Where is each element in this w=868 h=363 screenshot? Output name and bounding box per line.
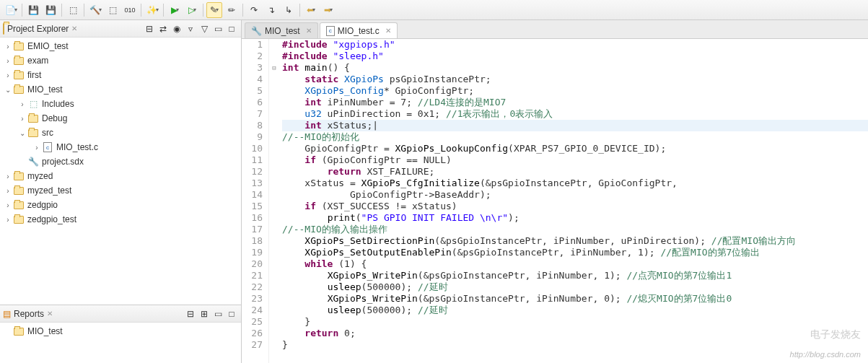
reports-title: Reports: [14, 309, 44, 319]
tree-item-myzed-test[interactable]: ›myzed_test: [0, 183, 241, 198]
reports-panel: ▤ Reports ✕ ⊟ ⊞ ▭ □ MIO_test: [0, 305, 241, 363]
folder-icon: [13, 69, 25, 81]
report-item[interactable]: MIO_test: [0, 324, 241, 338]
tree-item-debug[interactable]: ›Debug: [0, 111, 241, 126]
step-out-icon[interactable]: ↳: [281, 2, 297, 18]
expand-arrow-icon[interactable]: ›: [3, 57, 13, 65]
maximize-icon[interactable]: □: [225, 307, 238, 320]
tree-item-includes[interactable]: ›⬚Includes: [0, 97, 241, 111]
code-editor[interactable]: #include "xgpiops.h"#include "sleep.h"in…: [279, 39, 868, 363]
cfile-icon: c: [326, 26, 335, 36]
tree-item-label: exam: [27, 56, 48, 66]
expand-arrow-icon[interactable]: ⌄: [3, 86, 13, 94]
expand-arrow-icon[interactable]: ›: [3, 172, 13, 180]
watermark-logo: 电子发烧友: [810, 328, 861, 341]
new-icon[interactable]: 📄▾: [3, 2, 19, 18]
expand-arrow-icon[interactable]: ›: [3, 71, 13, 79]
tree-item-mio-test[interactable]: ⌄MIO_test: [0, 82, 241, 97]
expand-arrow-icon[interactable]: ›: [32, 144, 42, 152]
wand-icon[interactable]: ✎▾: [206, 2, 222, 18]
folder-icon: [13, 199, 25, 211]
tree-item-label: zedgpio_test: [27, 214, 76, 224]
tree-item-label: Includes: [42, 99, 74, 109]
link-icon[interactable]: ⇄: [157, 22, 170, 35]
close-icon[interactable]: ✕: [306, 27, 312, 35]
run-icon[interactable]: ▶▾: [167, 2, 183, 18]
tree-item-label: MIO_test: [27, 84, 63, 95]
folder-icon: [27, 127, 39, 139]
minimize-icon[interactable]: ▭: [211, 307, 224, 320]
expand-arrow-icon[interactable]: ›: [3, 201, 13, 209]
tree-item-myzed[interactable]: ›myzed: [0, 169, 241, 183]
expand-arrow-icon[interactable]: ›: [3, 187, 13, 195]
minimize-icon[interactable]: ▭: [211, 22, 224, 35]
maximize-icon[interactable]: □: [225, 22, 238, 35]
tab-label: MIO_test.c: [338, 26, 380, 36]
010-icon[interactable]: 010: [122, 2, 138, 18]
tree-item-label: project.sdx: [42, 157, 84, 167]
tab-mio-test[interactable]: 🔧MIO_test✕: [245, 22, 318, 38]
tree-item-first[interactable]: ›first: [0, 68, 241, 82]
collapse-all-icon[interactable]: ⊟: [143, 22, 156, 35]
close-icon[interactable]: ✕: [47, 310, 53, 318]
back-icon[interactable]: ⬅▾: [303, 2, 319, 18]
save-all-icon[interactable]: 💾: [43, 2, 58, 18]
folder-icon: [13, 84, 25, 95]
tree-item-src[interactable]: ⌄src: [0, 126, 241, 140]
main-toolbar: 📄▾ 💾 💾 ⬚ 🔨▾ ⬚ 010 ✨▾ ▶▾ ▷▾ ✎▾ ✏ ↷ ↴ ↳ ⬅▾…: [0, 0, 868, 20]
forward-icon[interactable]: ➡▾: [320, 2, 336, 18]
save-icon[interactable]: 💾: [25, 2, 41, 18]
report-label: MIO_test: [27, 326, 63, 336]
tree-item-mio-test-c[interactable]: ›cMIO_test.c: [0, 140, 241, 154]
tree-item-zedgpio-test[interactable]: ›zedgpio_test: [0, 212, 241, 227]
wrench-icon: 🔧: [251, 26, 262, 36]
filter-icon[interactable]: ▿: [184, 22, 197, 35]
expand-arrow-icon[interactable]: ›: [17, 115, 27, 123]
tree-item-label: myzed_test: [27, 185, 71, 196]
explorer-title: Project Explorer: [7, 24, 69, 34]
includes-icon: ⬚: [27, 98, 39, 110]
highlight-icon[interactable]: ✏: [224, 2, 240, 18]
tree-item-emio-test[interactable]: ›EMIO_test: [0, 39, 241, 53]
expand-arrow-icon[interactable]: ›: [3, 43, 13, 51]
close-icon[interactable]: ✕: [71, 25, 77, 32]
focus-icon[interactable]: ◉: [170, 22, 183, 35]
tree-item-project-sdx[interactable]: 🔧project.sdx: [0, 154, 241, 169]
collapse-icon[interactable]: ⊞: [198, 307, 211, 320]
folder-icon: [13, 55, 25, 66]
expand-icon[interactable]: ⊟: [184, 307, 197, 320]
expand-arrow-icon[interactable]: ⌄: [17, 129, 27, 137]
tree-item-exam[interactable]: ›exam: [0, 53, 241, 68]
tree-item-label: first: [27, 70, 41, 80]
step-into-icon[interactable]: ↴: [263, 2, 279, 18]
tree-item-label: MIO_test.c: [56, 142, 98, 152]
cfile-icon: c: [42, 141, 53, 153]
editor-tabs: 🔧MIO_test✕cMIO_test.c✕: [242, 20, 868, 39]
line-gutter: 1234567891011121314151617181920212223242…: [242, 39, 269, 363]
run-alt-icon[interactable]: ▷▾: [184, 2, 200, 18]
folder-icon: [3, 24, 4, 34]
tree-item-zedgpio[interactable]: ›zedgpio: [0, 198, 241, 212]
binary-icon[interactable]: ⬚: [65, 2, 81, 18]
folder-icon: [13, 40, 25, 52]
folder-icon: [27, 113, 39, 124]
expand-arrow-icon[interactable]: ›: [3, 216, 13, 224]
expand-arrow-icon[interactable]: ›: [17, 100, 27, 108]
tab-label: MIO_test: [265, 26, 300, 36]
tree-item-label: Debug: [42, 113, 67, 123]
step-over-icon[interactable]: ↷: [246, 2, 262, 18]
project-explorer-panel: Project Explorer ✕ ⊟ ⇄ ◉ ▿ ▽ ▭ □ ›EMIO_t…: [0, 20, 241, 305]
tab-mio-test-c[interactable]: cMIO_test.c✕: [320, 22, 398, 38]
tree-item-label: myzed: [27, 171, 53, 181]
watermark-url: http://blog.csdn.com: [790, 350, 861, 359]
tree-item-label: zedgpio: [27, 200, 58, 210]
magic-icon[interactable]: ✨▾: [144, 2, 160, 18]
target-icon[interactable]: ⬚: [105, 2, 120, 18]
menu-icon[interactable]: ▽: [198, 22, 211, 35]
reports-icon: ▤: [3, 309, 11, 319]
folder-icon: [13, 185, 25, 196]
tree-item-label: EMIO_test: [27, 41, 69, 51]
folder-icon: [13, 170, 25, 182]
hammer-icon[interactable]: 🔨▾: [87, 2, 103, 18]
close-icon[interactable]: ✕: [385, 27, 391, 35]
